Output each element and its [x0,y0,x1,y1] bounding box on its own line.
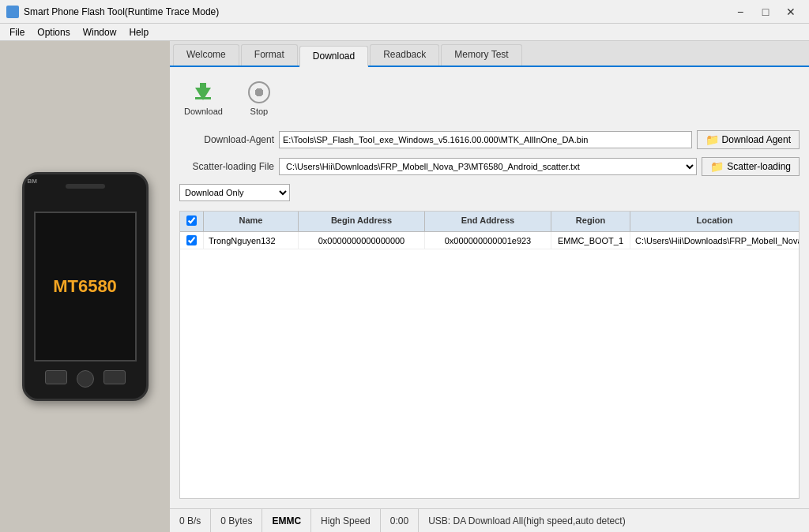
maximize-button[interactable]: □ [754,3,777,21]
th-location: Location [630,212,799,231]
tab-format[interactable]: Format [241,44,298,66]
phone-btn-right [103,370,126,384]
download-agent-button[interactable]: 📁 Download Agent [697,130,800,149]
status-info: USB: DA Download All(high speed,auto det… [419,509,809,532]
tab-welcome[interactable]: Welcome [173,44,239,66]
title-bar-text: Smart Phone Flash Tool(Runtime Trace Mod… [24,6,728,17]
stop-icon: ⏺ [248,81,270,103]
download-icon [190,81,216,103]
download-mode-dropdown[interactable]: Download Only Firmware Upgrade Download … [179,184,290,201]
tab-memory-test[interactable]: Memory Test [441,44,521,66]
td-location: C:\Users\Hii\Downloads\FRP_Mobell_Nova_P… [630,232,799,249]
folder-icon-scatter: 📁 [710,160,724,173]
toolbar: Download ⏺ Stop [179,77,800,124]
scatter-label: Scatter-loading File [179,161,274,172]
table-header: Name Begin Address End Address Region Lo… [180,212,799,232]
phone-panel: BM MT6580 [0,41,170,532]
menu-window[interactable]: Window [77,24,123,40]
header-checkbox[interactable] [186,215,197,226]
download-agent-row: Download-Agent 📁 Download Agent [179,130,800,149]
content-panel: Welcome Format Download Readback Memory … [170,41,809,532]
dropdown-row: Download Only Firmware Upgrade Download … [179,184,800,201]
phone-device: BM MT6580 [22,172,149,401]
download-label: Download [184,107,223,116]
th-checkbox [180,212,204,231]
td-region: EMMC_BOOT_1 [551,232,630,249]
menu-help[interactable]: Help [122,24,155,40]
tab-bar: Welcome Format Download Readback Memory … [170,41,809,67]
phone-speaker [66,184,105,189]
td-end-address: 0x000000000001e923 [425,232,551,249]
close-button[interactable]: ✕ [779,3,803,21]
phone-label: BM [28,178,37,185]
th-begin-address: Begin Address [299,212,425,231]
app-icon [6,6,19,18]
status-time: 0:00 [381,509,419,532]
status-speed: 0 B/s [170,509,211,532]
download-arrow [195,88,211,100]
data-table: Name Begin Address End Address Region Lo… [179,211,800,499]
folder-icon-agent: 📁 [706,133,719,146]
scatter-loading-button[interactable]: 📁 Scatter-loading [702,157,800,176]
scatter-loading-row: Scatter-loading File C:\Users\Hii\Downlo… [179,157,800,176]
status-bar: 0 B/s 0 Bytes EMMC High Speed 0:00 USB: … [170,508,809,532]
stop-label: Stop [250,107,269,116]
menu-file[interactable]: File [3,24,31,40]
td-checkbox [180,232,204,249]
phone-brand: MT6580 [53,276,117,297]
phone-screen: MT6580 [34,212,137,362]
table-row: TrongNguyen132 0x0000000000000000 0x0000… [180,232,799,249]
phone-btn-left [45,370,67,384]
menu-options[interactable]: Options [31,24,76,40]
tab-download[interactable]: Download [299,46,368,67]
tab-readback[interactable]: Readback [370,44,439,66]
phone-buttons [45,370,126,388]
phone-btn-home [77,370,94,388]
download-agent-input[interactable] [279,131,692,148]
th-end-address: End Address [425,212,551,231]
main-layout: BM MT6580 Welcome Format Download Readba… [0,41,809,532]
th-region: Region [551,212,630,231]
download-agent-label: Download-Agent [179,134,274,145]
status-size: 0 Bytes [211,509,262,532]
scatter-loading-input[interactable]: C:\Users\Hii\Downloads\FRP_Mobell_Nova_P… [279,158,697,175]
table-body: TrongNguyen132 0x0000000000000000 0x0000… [180,232,799,249]
scatter-btn-label: Scatter-loading [727,161,791,172]
window-controls: − □ ✕ [728,3,803,21]
status-type: EMMC [262,509,311,532]
main-content: Download ⏺ Stop Download-Agent 📁 Downloa… [170,67,809,508]
minimize-button[interactable]: − [728,3,752,21]
download-button[interactable]: Download [179,80,228,118]
status-mode: High Speed [311,509,381,532]
stop-button[interactable]: ⏺ Stop [243,80,275,118]
menu-bar: File Options Window Help [0,24,809,41]
title-bar: Smart Phone Flash Tool(Runtime Trace Mod… [0,0,809,24]
th-name: Name [204,212,299,231]
td-name: TrongNguyen132 [204,232,299,249]
download-agent-btn-label: Download Agent [722,134,791,145]
row-checkbox[interactable] [186,235,197,245]
td-begin-address: 0x0000000000000000 [299,232,425,249]
